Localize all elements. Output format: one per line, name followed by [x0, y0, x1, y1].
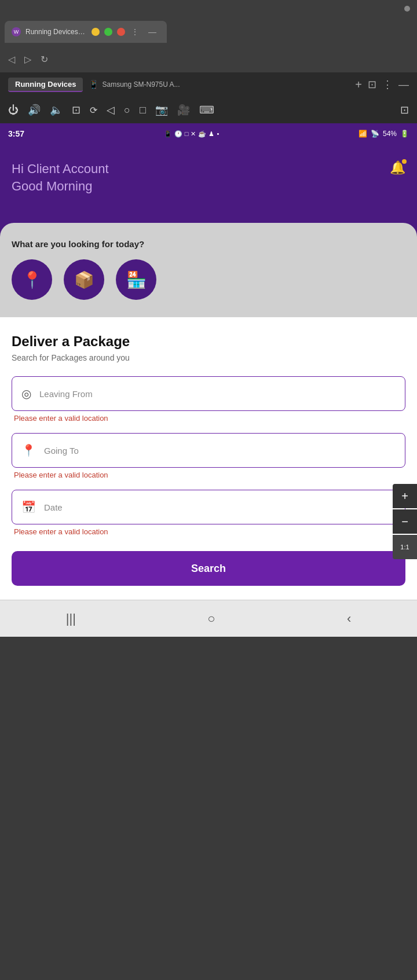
service-icons-row: 📍 📦 🏪	[12, 259, 405, 306]
volume-up-icon[interactable]: 🔊	[28, 104, 41, 116]
screen-icon[interactable]: ⊡	[72, 104, 81, 116]
section-question: What are you looking for today?	[12, 239, 405, 249]
leaving-from-placeholder: Leaving From	[39, 389, 93, 399]
traffic-yellow[interactable]	[92, 28, 100, 36]
browser-top-strip	[0, 0, 417, 17]
modal-subtitle: Search for Packages around you	[12, 353, 405, 362]
running-devices-tab[interactable]: Running Devices	[8, 78, 83, 92]
bottom-nav: ||| ○ ‹	[0, 600, 417, 637]
service-icon-1[interactable]: 📍	[12, 259, 52, 300]
dot-icon: •	[217, 130, 219, 137]
date-error: Please enter a valid location	[12, 527, 405, 536]
alarm-icon: 🕐	[174, 130, 182, 138]
cast-icon[interactable]: ⊡	[400, 104, 409, 116]
going-to-group: 📍 Going To Please enter a valid location	[12, 433, 405, 479]
top-dot	[404, 6, 410, 12]
pin-icon: 📍	[21, 443, 36, 457]
window-controls-icon: ⊡	[368, 78, 376, 91]
service-icon-2[interactable]: 📦	[64, 259, 104, 300]
location-target-icon: ◎	[21, 387, 31, 401]
more-options-icon[interactable]: ⋮	[382, 78, 393, 91]
keyboard-icon[interactable]: ⌨	[199, 104, 214, 116]
zoom-in-button[interactable]: +	[393, 484, 417, 508]
back-nav-icon[interactable]: ◁	[107, 104, 115, 116]
ratio-button[interactable]: 1:1	[393, 535, 417, 559]
screen-cast-icon: □	[185, 130, 189, 137]
notification-dot	[402, 159, 407, 164]
device-icon: 📱	[89, 80, 98, 89]
app-icon-1: ☕	[198, 130, 206, 138]
status-time: 3:57	[8, 129, 24, 138]
volume-down-icon[interactable]: 🔈	[50, 104, 63, 116]
status-bar: 3:57 📱 🕐 □ ✕ ☕ ♟ • 📶 📡 54% 🔋	[0, 123, 417, 144]
browser-tab-bar: W Running Devices - Wepost V2 - Customer…	[0, 17, 417, 46]
greeting-sub: Hi Client Account	[12, 162, 405, 177]
signal-icon: 📡	[371, 130, 379, 138]
location-service-icon: 📍	[22, 270, 42, 289]
greeting-main: Good Morning	[12, 179, 405, 194]
tab-favicon: W	[12, 27, 21, 36]
minimize-device-button[interactable]: —	[398, 79, 409, 91]
video-icon[interactable]: 🎥	[177, 104, 190, 116]
calendar-icon: 📅	[21, 500, 36, 514]
leaving-from-error: Please enter a valid location	[12, 414, 405, 423]
home-nav-icon[interactable]: ○	[124, 104, 130, 116]
modal-sheet: Deliver a Package Search for Packages ar…	[0, 317, 417, 600]
camera-icon[interactable]: 📷	[155, 104, 168, 116]
tab-title: Running Devices - Wepost V2 - Customer	[25, 28, 87, 36]
phone-toolbar: ⏻ 🔊 🔈 ⊡ ⟳ ◁ ○ □ 📷 🎥 ⌨ ⊡	[0, 97, 417, 123]
twitter-icon: ✕	[191, 130, 196, 138]
package-service-icon: 📦	[74, 270, 94, 289]
status-icons: 📱 🕐 □ ✕ ☕ ♟ •	[164, 130, 220, 138]
status-right: 📶 📡 54% 🔋	[359, 130, 409, 138]
going-to-error: Please enter a valid location	[12, 471, 405, 479]
minimize-button[interactable]: —	[145, 26, 160, 38]
rotate-icon[interactable]: ⟳	[90, 105, 97, 116]
going-to-input[interactable]: 📍 Going To	[12, 433, 405, 468]
modal-title: Deliver a Package	[12, 333, 405, 350]
whatsapp-icon: 📱	[164, 130, 172, 138]
shop-service-icon: 🏪	[126, 270, 147, 289]
recents-button[interactable]: |||	[66, 611, 76, 626]
device-name-item: 📱 Samsung SM-N975U A...	[89, 80, 180, 89]
device-bar: Running Devices 📱 Samsung SM-N975U A... …	[0, 72, 417, 97]
add-tab-button[interactable]: +	[355, 78, 362, 91]
bell-button[interactable]: 🔔	[390, 160, 405, 175]
date-group: 📅 Date Please enter a valid location	[12, 490, 405, 536]
phone-container: 3:57 📱 🕐 □ ✕ ☕ ♟ • 📶 📡 54% 🔋 Hi Client A…	[0, 123, 417, 637]
nav-forward-icon[interactable]: ▷	[22, 52, 34, 67]
nav-back-icon[interactable]: ◁	[6, 52, 17, 67]
going-to-placeholder: Going To	[44, 446, 79, 456]
fab-container: + − 1:1	[393, 484, 417, 559]
traffic-red[interactable]	[117, 28, 125, 36]
nav-refresh-icon[interactable]: ↻	[38, 52, 50, 67]
app-icon-2: ♟	[209, 130, 214, 138]
leaving-from-group: ◎ Leaving From Please enter a valid loca…	[12, 376, 405, 423]
gray-section: What are you looking for today? 📍 📦 🏪	[0, 223, 417, 317]
leaving-from-input[interactable]: ◎ Leaving From	[12, 376, 405, 411]
wifi-icon: 📶	[359, 130, 367, 138]
device-name: Samsung SM-N975U A...	[102, 80, 180, 89]
service-icon-3[interactable]: 🏪	[116, 259, 156, 300]
more-button[interactable]: ⋮	[127, 26, 142, 38]
battery-level: 54%	[383, 130, 397, 138]
browser-tab[interactable]: W Running Devices - Wepost V2 - Customer…	[5, 21, 167, 43]
browser-nav-bar: ◁ ▷ ↻	[0, 46, 417, 72]
traffic-green[interactable]	[104, 28, 112, 36]
power-icon[interactable]: ⏻	[8, 104, 19, 116]
tab-actions: ⋮ —	[92, 26, 160, 38]
date-placeholder: Date	[44, 502, 63, 512]
recents-nav-icon[interactable]: □	[140, 104, 146, 116]
zoom-out-button[interactable]: −	[393, 509, 417, 534]
back-button[interactable]: ‹	[347, 611, 351, 626]
battery-icon: 🔋	[400, 130, 409, 138]
date-input[interactable]: 📅 Date	[12, 490, 405, 524]
traffic-lights	[92, 28, 125, 36]
search-button[interactable]: Search	[12, 551, 405, 586]
home-button[interactable]: ○	[207, 611, 215, 626]
